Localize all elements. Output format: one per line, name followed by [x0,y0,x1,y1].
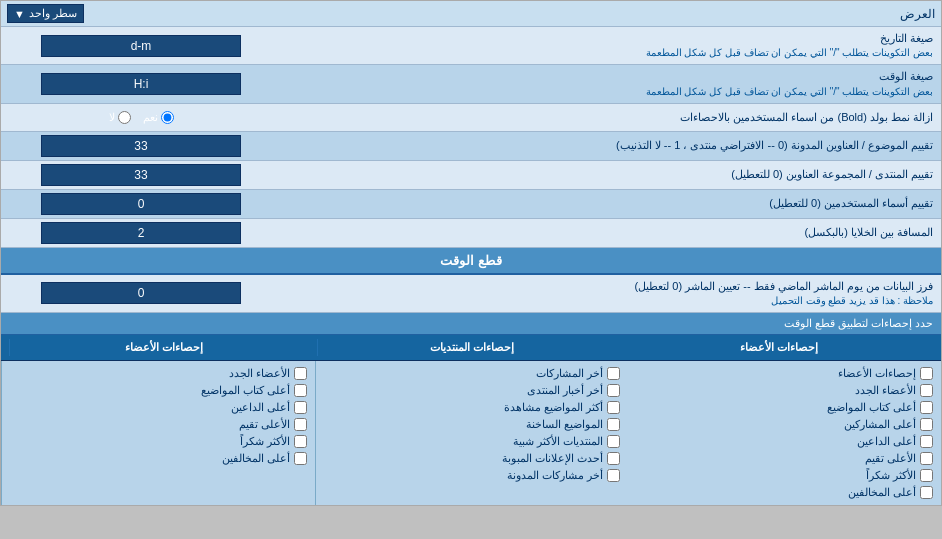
stats-item: أعلى كتاب المواضيع [6,382,311,399]
forum-sort-row: تقييم المنتدى / المجموعة العناوين (0 للت… [1,161,941,190]
stats-item: المنتديات الأكثر شبية [320,433,625,450]
date-format-input[interactable]: d-m [41,35,241,57]
stats-item: أعلى المخالفين [632,484,937,501]
cutoff-section-header: قطع الوقت [1,248,941,275]
date-format-row: صيغة التاريخ بعض التكوينات يتطلب "/" الت… [1,27,941,65]
time-format-input[interactable]: H:i [41,73,241,95]
topic-sort-label: تقييم الموضوع / العناوين المدونة (0 -- ا… [281,134,941,157]
stats-checkbox[interactable] [607,469,620,482]
stats-item-label: أحدث الإعلانات المبوبة [502,452,603,465]
stats-item-label: المنتديات الأكثر شبية [513,435,603,448]
stats-item-label: المواضيع الساخنة [526,418,603,431]
stats-item-label: أخر المشاركات [536,367,603,380]
stats-item-label: الأعضاء الجدد [229,367,290,380]
stats-item: أعلى الداعين [632,433,937,450]
stats-item: أعلى الداعين [6,399,311,416]
stats-item: المواضيع الساخنة [320,416,625,433]
user-names-row: تقييم أسماء المستخدمين (0 للتعطيل) 0 [1,190,941,219]
time-format-row: صيغة الوقت بعض التكوينات يتطلب "/" التي … [1,65,941,103]
stats-checkbox[interactable] [920,435,933,448]
stats-item-label: الأعلى تقيم [865,452,916,465]
stats-item-label: أعلى الداعين [857,435,916,448]
stats-item-label: أخر مشاركات المدونة [507,469,603,482]
stats-checkbox[interactable] [607,367,620,380]
stats-item: أعلى المخالفين [6,450,311,467]
stats-item: أخر مشاركات المدونة [320,467,625,484]
display-label: العرض [900,7,935,21]
stats-checkbox[interactable] [294,435,307,448]
stats-item-label: أعلى كتاب المواضيع [827,401,916,414]
user-names-label: تقييم أسماء المستخدمين (0 للتعطيل) [281,192,941,215]
stats-item: أخر المشاركات [320,365,625,382]
display-dropdown[interactable]: سطر واحد ▼ [7,4,84,23]
stats-checkbox[interactable] [294,367,307,380]
stats-checkbox[interactable] [920,469,933,482]
stats-checkbox[interactable] [920,486,933,499]
stats-item: أحدث الإعلانات المبوبة [320,450,625,467]
stats-item: الأعضاء الجدد [6,365,311,382]
stats-checkbox[interactable] [607,452,620,465]
stats-item-label: الأعلى تقيم [239,418,290,431]
stats-col-header-1: إحصاءات المنتديات [317,339,625,356]
stats-checkbox[interactable] [607,418,620,431]
stats-item: الأكثر شكراً [632,467,937,484]
stats-checkbox[interactable] [607,401,620,414]
stats-item: أكثر المواضيع مشاهدة [320,399,625,416]
stats-limit-row: حدد إحصاءات لتطبيق قطع الوقت [1,313,941,335]
stats-item-label: إحصاءات الأعضاء [838,367,916,380]
stats-item-label: أعلى الداعين [231,401,290,414]
stats-item-label: أعلى المخالفين [848,486,916,499]
bold-radio-group: نعم لا [109,111,174,124]
topic-sort-input[interactable]: 33 [41,135,241,157]
topic-sort-row: تقييم الموضوع / العناوين المدونة (0 -- ا… [1,132,941,161]
forum-sort-input[interactable]: 33 [41,164,241,186]
forum-sort-label: تقييم المنتدى / المجموعة العناوين (0 للت… [281,163,941,186]
stats-col-1: أخر المشاركاتأخر أخبار المنتدىأكثر الموا… [315,361,629,505]
radio-yes-label[interactable]: نعم [143,111,174,124]
radio-no-label[interactable]: لا [109,111,131,124]
stats-checkbox[interactable] [920,418,933,431]
stats-item-label: الأكثر شكراً [866,469,916,482]
bold-remove-row: ازالة نمط بولد (Bold) من اسماء المستخدمي… [1,104,941,132]
stats-checkbox[interactable] [920,401,933,414]
stats-item-label: أكثر المواضيع مشاهدة [504,401,603,414]
stats-checkbox[interactable] [294,418,307,431]
stats-col-0: الأعضاء الجددأعلى كتاب المواضيعأعلى الدا… [1,361,315,505]
stats-body: إحصاءات الأعضاءالأعضاء الجددأعلى كتاب ال… [1,361,941,505]
stats-col-2: إحصاءات الأعضاءالأعضاء الجددأعلى كتاب ال… [628,361,941,505]
stats-checkbox[interactable] [294,452,307,465]
stats-item: الأعلى تقيم [632,450,937,467]
cutoff-row: فرز البيانات من يوم الماشر الماضي فقط --… [1,275,941,313]
stats-col-header-2: إحصاءات الأعضاء [626,339,933,356]
gap-input-cell: 2 [1,219,281,247]
stats-col-header-0: إحصاءات الأعضاء [9,339,317,356]
dropdown-label: سطر واحد [29,7,77,20]
stats-item: الأعضاء الجدد [632,382,937,399]
gap-row: المسافة بين الخلايا (بالبكسل) 2 [1,219,941,248]
stats-checkbox[interactable] [607,384,620,397]
cutoff-input-cell: 0 [1,279,281,307]
stats-checkbox[interactable] [920,367,933,380]
main-container: العرض سطر واحد ▼ صيغة التاريخ بعض التكوي… [0,0,942,506]
stats-checkbox[interactable] [920,384,933,397]
stats-item-label: أعلى المشاركين [844,418,916,431]
stats-item: أعلى كتاب المواضيع [632,399,937,416]
stats-header: إحصاءات الأعضاء إحصاءات المنتديات إحصاءا… [1,335,941,361]
user-names-input-cell: 0 [1,190,281,218]
bold-remove-label: ازالة نمط بولد (Bold) من اسماء المستخدمي… [281,106,941,129]
stats-checkbox[interactable] [294,384,307,397]
radio-no[interactable] [118,111,131,124]
stats-checkbox[interactable] [920,452,933,465]
cutoff-input[interactable]: 0 [41,282,241,304]
stats-checkbox[interactable] [294,401,307,414]
gap-label: المسافة بين الخلايا (بالبكسل) [281,221,941,244]
stats-item-label: الأكثر شكراً [240,435,290,448]
dropdown-arrow-icon: ▼ [14,8,25,20]
bold-remove-input-cell: نعم لا [1,108,281,127]
gap-input[interactable]: 2 [41,222,241,244]
stats-item-label: الأعضاء الجدد [855,384,916,397]
stats-checkbox[interactable] [607,435,620,448]
top-row: العرض سطر واحد ▼ [1,1,941,27]
user-names-input[interactable]: 0 [41,193,241,215]
radio-yes[interactable] [161,111,174,124]
